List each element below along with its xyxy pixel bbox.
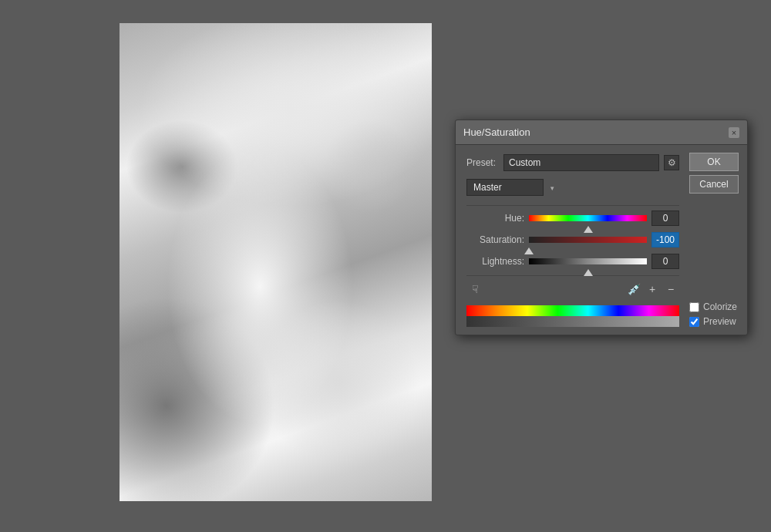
dialog-right: OK Cancel Colorize Preview (685, 145, 747, 335)
colorize-checkbox[interactable] (689, 302, 699, 312)
colorize-row: Colorize (689, 301, 739, 312)
saturation-track[interactable] (529, 237, 647, 243)
colorize-label[interactable]: Colorize (703, 301, 737, 312)
dialog-left: Preset: Custom ⚙ Master ▼ Hue: (456, 145, 685, 335)
photo-bw (120, 23, 432, 501)
saturation-value[interactable]: -100 (651, 232, 679, 247)
lightness-thumb[interactable] (584, 269, 593, 276)
hue-value[interactable]: 0 (651, 210, 679, 226)
lightness-label: Lightness: (466, 256, 524, 267)
eyedropper-button[interactable]: 💉 (625, 281, 642, 298)
eyedropper-minus-button[interactable]: − (662, 281, 679, 298)
separator-1 (466, 205, 679, 206)
saturation-row: Saturation: -100 (466, 232, 679, 247)
color-bars (466, 305, 679, 327)
separator-2 (466, 275, 679, 276)
lightness-track[interactable] (529, 258, 647, 264)
eyedropper-plus-button[interactable]: + (644, 281, 661, 298)
close-button[interactable]: × (729, 127, 739, 138)
cancel-button[interactable]: Cancel (689, 175, 739, 194)
canvas-area: Hue/Saturation × Preset: Custom ⚙ Master (0, 0, 771, 532)
hand-tool-button[interactable]: ☟ (466, 281, 483, 298)
preset-gear-button[interactable]: ⚙ (664, 155, 679, 170)
channel-select[interactable]: Master (466, 179, 544, 196)
photo-canvas (120, 23, 432, 501)
lightness-row: Lightness: 0 (466, 254, 679, 269)
hue-row: Hue: 0 (466, 210, 679, 226)
dialog-main: Preset: Custom ⚙ Master ▼ Hue: (456, 145, 747, 335)
hue-label: Hue: (466, 213, 524, 224)
hue-saturation-dialog: Hue/Saturation × Preset: Custom ⚙ Master (455, 120, 748, 335)
lightness-slider-container (529, 254, 647, 269)
saturation-slider-container (529, 232, 647, 247)
gray-bar (466, 316, 679, 327)
preview-checkbox[interactable] (689, 317, 699, 327)
channel-row: Master ▼ (466, 179, 679, 196)
channel-arrow-icon: ▼ (549, 185, 555, 192)
ok-button[interactable]: OK (689, 153, 739, 171)
rainbow-bar (466, 305, 679, 316)
dialog-title: Hue/Saturation (463, 126, 530, 138)
tools-left: ☟ (466, 281, 483, 298)
preset-row: Preset: Custom ⚙ (466, 154, 679, 171)
preset-select[interactable]: Custom (503, 154, 659, 171)
hue-track[interactable] (529, 215, 647, 221)
hue-slider-container (529, 210, 647, 226)
dialog-titlebar: Hue/Saturation × (456, 120, 747, 145)
lightness-value[interactable]: 0 (651, 254, 679, 269)
saturation-label: Saturation: (466, 234, 524, 245)
preview-row: Preview (689, 316, 739, 327)
eyedrop-row: ☟ 💉 + − (466, 281, 679, 298)
preview-label[interactable]: Preview (703, 316, 736, 327)
eyedropper-tools: 💉 + − (625, 281, 679, 298)
preset-label: Preset: (466, 157, 499, 168)
